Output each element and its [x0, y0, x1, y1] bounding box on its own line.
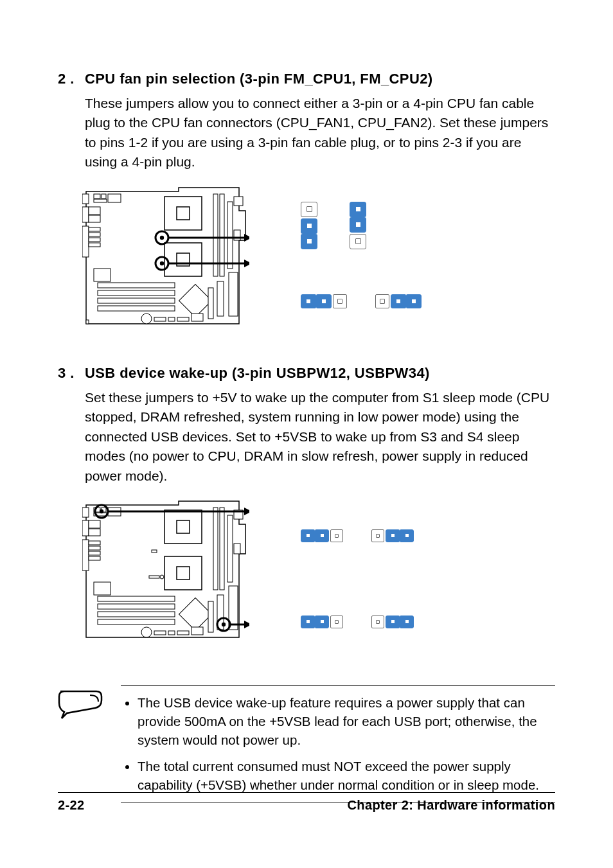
section-2-number: 2 . — [58, 71, 85, 172]
section-3-number: 3 . — [58, 365, 85, 486]
svg-rect-51 — [89, 546, 100, 550]
motherboard-diagram-2 — [82, 499, 249, 646]
svg-point-87 — [222, 623, 226, 626]
svg-rect-1 — [82, 207, 89, 222]
svg-rect-6 — [89, 233, 100, 236]
section-3-title: USB device wake-up (3-pin USBPW12, USBPW… — [85, 365, 555, 382]
svg-rect-21 — [98, 306, 175, 311]
svg-rect-49 — [82, 540, 89, 571]
note-bullet-2: The total current consumed must NOT exce… — [138, 757, 555, 794]
svg-rect-30 — [229, 272, 238, 316]
figure-1 — [82, 185, 555, 333]
notes-block: The USB device wake-up feature requires … — [58, 685, 555, 803]
section-3-body: Set these jumpers to +5V to wake up the … — [85, 388, 555, 486]
svg-rect-80 — [191, 627, 203, 635]
svg-rect-20 — [98, 298, 175, 303]
page-footer: 2-22 Chapter 2: Hardware information — [58, 792, 555, 813]
page-root: 2 . CPU fan pin selection (3-pin FM_CPU1… — [0, 0, 613, 868]
svg-rect-69 — [213, 508, 218, 590]
note-bullet-1: The USB device wake-up feature requires … — [138, 693, 555, 749]
svg-point-38 — [160, 236, 164, 240]
svg-rect-11 — [94, 199, 107, 202]
svg-rect-66 — [98, 619, 175, 624]
svg-rect-53 — [89, 556, 100, 560]
svg-rect-62 — [94, 582, 111, 595]
svg-rect-46 — [82, 520, 89, 536]
svg-rect-3 — [89, 215, 100, 222]
svg-rect-35 — [177, 317, 189, 321]
svg-rect-18 — [98, 283, 175, 288]
svg-rect-17 — [94, 269, 111, 281]
svg-rect-76 — [208, 601, 213, 632]
section-3: 3 . USB device wake-up (3-pin USBPW12, U… — [58, 365, 555, 486]
svg-rect-22 — [86, 320, 89, 324]
chapter-title: Chapter 2: Hardware information — [347, 798, 555, 813]
section-2-title: CPU fan pin selection (3-pin FM_CPU1, FM… — [85, 71, 555, 87]
svg-rect-73 — [234, 544, 240, 554]
svg-marker-89 — [244, 508, 249, 515]
svg-rect-64 — [98, 604, 175, 609]
svg-rect-82 — [149, 576, 159, 578]
section-2-body: These jumpers allow you to connect eithe… — [85, 94, 555, 172]
note-icon — [58, 689, 104, 721]
page-number: 2-22 — [58, 798, 85, 813]
svg-marker-42 — [244, 234, 249, 242]
svg-rect-65 — [98, 612, 175, 617]
svg-point-67 — [141, 627, 152, 637]
svg-rect-27 — [227, 202, 233, 269]
svg-rect-77 — [154, 631, 166, 635]
jumper-usbpw34 — [301, 616, 414, 628]
svg-rect-61 — [177, 567, 190, 580]
jumper-usbpw12 — [301, 529, 414, 542]
svg-rect-12 — [108, 194, 121, 202]
svg-rect-19 — [98, 290, 175, 296]
svg-rect-29 — [234, 230, 240, 240]
svg-rect-4 — [82, 226, 89, 257]
svg-rect-70 — [220, 508, 224, 590]
svg-rect-52 — [89, 551, 100, 555]
svg-rect-63 — [98, 596, 175, 601]
svg-point-40 — [160, 261, 164, 265]
svg-point-23 — [141, 314, 152, 324]
svg-rect-81 — [152, 550, 157, 553]
jumper-fm-cpu1 — [301, 202, 422, 249]
svg-rect-32 — [208, 288, 213, 319]
svg-rect-45 — [82, 508, 89, 517]
svg-marker-44 — [244, 260, 249, 267]
svg-rect-14 — [177, 207, 190, 220]
svg-rect-71 — [227, 515, 233, 582]
svg-rect-2 — [89, 207, 100, 215]
svg-rect-31 — [217, 281, 224, 316]
svg-rect-0 — [82, 194, 89, 204]
motherboard-diagram-1 — [82, 185, 249, 333]
svg-point-83 — [160, 575, 164, 579]
svg-rect-5 — [89, 227, 100, 231]
svg-rect-10 — [102, 194, 106, 199]
svg-rect-50 — [89, 541, 100, 545]
jumper-fm-cpu2 — [301, 294, 422, 308]
figure-2 — [82, 499, 555, 646]
svg-rect-79 — [177, 631, 189, 635]
svg-rect-7 — [89, 238, 100, 242]
svg-rect-48 — [89, 529, 100, 536]
svg-rect-36 — [191, 314, 203, 321]
section-2: 2 . CPU fan pin selection (3-pin FM_CPU1… — [58, 71, 555, 172]
svg-rect-59 — [177, 520, 190, 533]
svg-marker-91 — [244, 621, 249, 628]
svg-point-85 — [100, 509, 103, 513]
svg-rect-34 — [168, 317, 175, 321]
svg-rect-78 — [168, 631, 175, 635]
svg-rect-9 — [94, 194, 100, 199]
svg-rect-8 — [89, 243, 100, 247]
svg-rect-33 — [154, 317, 166, 321]
svg-rect-47 — [89, 520, 100, 528]
svg-rect-28 — [234, 197, 243, 206]
